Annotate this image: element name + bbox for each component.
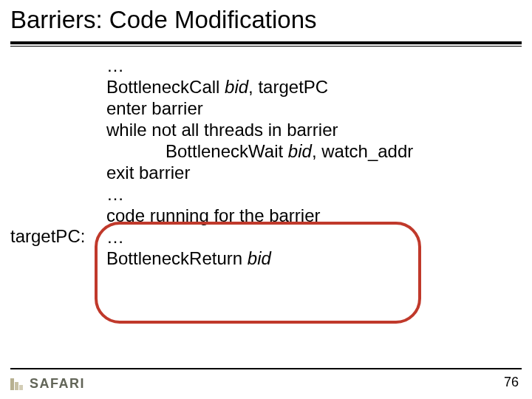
code-line: BottleneckCall bid, targetPC (106, 76, 413, 98)
title-underline (10, 41, 522, 47)
code-line: … (106, 55, 413, 76)
targetpc-label: targetPC: (10, 226, 85, 247)
code-line: … (106, 183, 413, 205)
code-line: exit barrier (106, 162, 413, 183)
slide: Barriers: Code Modifications targetPC: …… (0, 0, 532, 399)
highlight-outline (95, 222, 421, 324)
code-line: enter barrier (106, 98, 413, 119)
param-bid: bid (288, 141, 312, 161)
footer-rule (10, 368, 522, 369)
logo-text: SAFARI (30, 376, 85, 392)
code-line: BottleneckWait bid, watch_addr (106, 140, 413, 162)
page-number: 76 (504, 375, 519, 390)
slide-title: Barriers: Code Modifications (10, 6, 317, 34)
param-bid: bid (225, 77, 248, 97)
code-line: while not all threads in barrier (106, 119, 413, 140)
safari-logo: SAFARI (10, 376, 85, 392)
logo-bars-icon (10, 378, 25, 390)
